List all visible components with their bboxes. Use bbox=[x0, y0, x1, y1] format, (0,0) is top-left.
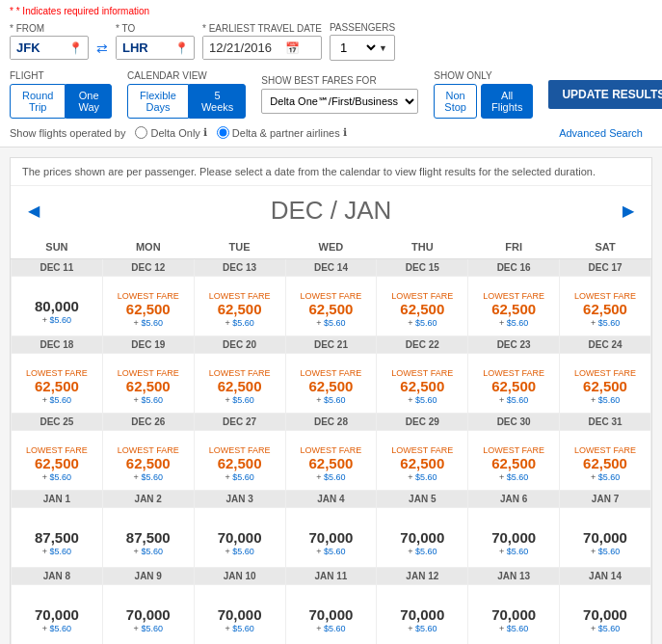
fare-cell[interactable]: LOWEST FARE62,500+ $5.60 bbox=[12, 354, 103, 414]
fare-cell[interactable]: 80,000+ $5.60 bbox=[12, 277, 103, 336]
one-way-button[interactable]: One Way bbox=[66, 84, 112, 119]
fare-cell[interactable]: 70,000+ $5.60 bbox=[285, 585, 377, 645]
fare-cell[interactable]: 70,000+ $5.60 bbox=[12, 585, 103, 645]
five-weeks-button[interactable]: 5 Weeks bbox=[189, 84, 246, 119]
round-trip-button[interactable]: Round Trip bbox=[10, 84, 66, 119]
fare-cell[interactable]: 70,000+ $5.60 bbox=[468, 508, 560, 568]
date-header-cell[interactable]: DEC 24 bbox=[560, 336, 651, 354]
date-header-cell[interactable]: DEC 26 bbox=[102, 414, 194, 431]
fare-cell[interactable]: LOWEST FARE62,500+ $5.60 bbox=[12, 431, 103, 491]
date-header-cell[interactable]: JAN 14 bbox=[560, 568, 651, 585]
fare-cell[interactable]: LOWEST FARE62,500+ $5.60 bbox=[285, 354, 377, 414]
from-input[interactable] bbox=[11, 37, 64, 59]
fare-cell[interactable]: LOWEST FARE62,500+ $5.60 bbox=[468, 354, 560, 414]
date-header-cell[interactable]: DEC 15 bbox=[377, 259, 468, 277]
non-stop-button[interactable]: Non Stop bbox=[434, 84, 477, 119]
fare-cell[interactable]: LOWEST FARE62,500+ $5.60 bbox=[102, 277, 194, 336]
delta-only-info-icon[interactable]: ℹ bbox=[203, 126, 207, 139]
date-header-cell[interactable]: JAN 8 bbox=[12, 568, 103, 585]
date-header-cell[interactable]: DEC 20 bbox=[194, 336, 285, 354]
fare-cell[interactable]: 70,000+ $5.60 bbox=[194, 585, 285, 645]
fare-cell[interactable]: LOWEST FARE62,500+ $5.60 bbox=[102, 354, 194, 414]
date-header-cell[interactable]: JAN 13 bbox=[468, 568, 560, 585]
delta-only-option[interactable]: Delta Only ℹ bbox=[135, 126, 206, 139]
fare-cell[interactable]: LOWEST FARE62,500+ $5.60 bbox=[468, 277, 560, 336]
date-header-cell[interactable]: JAN 12 bbox=[377, 568, 468, 585]
date-header-cell[interactable]: JAN 4 bbox=[285, 491, 377, 508]
to-input[interactable] bbox=[117, 37, 170, 59]
date-header-cell[interactable]: JAN 7 bbox=[560, 491, 651, 508]
lowest-fare-label: LOWEST FARE bbox=[470, 445, 557, 455]
date-header-cell[interactable]: JAN 6 bbox=[468, 491, 560, 508]
all-flights-button[interactable]: All Flights bbox=[481, 84, 533, 119]
fare-cell[interactable]: 70,000+ $5.60 bbox=[102, 585, 194, 645]
fare-cell[interactable]: LOWEST FARE62,500+ $5.60 bbox=[102, 431, 194, 491]
date-header-cell[interactable]: DEC 19 bbox=[102, 336, 194, 354]
fare-cell[interactable]: 70,000+ $5.60 bbox=[377, 585, 468, 645]
fare-cell[interactable]: LOWEST FARE62,500+ $5.60 bbox=[377, 277, 468, 336]
fare-cell[interactable]: LOWEST FARE62,500+ $5.60 bbox=[560, 431, 651, 491]
date-header-cell[interactable]: DEC 23 bbox=[468, 336, 560, 354]
fare-cell[interactable]: LOWEST FARE62,500+ $5.60 bbox=[194, 431, 285, 491]
delta-only-radio[interactable] bbox=[135, 126, 147, 139]
date-header-cell[interactable]: DEC 30 bbox=[468, 414, 560, 431]
flexible-days-button[interactable]: Flexible Days bbox=[127, 84, 189, 119]
lowest-fare-label: LOWEST FARE bbox=[13, 368, 100, 378]
fare-cell[interactable]: 70,000+ $5.60 bbox=[560, 508, 651, 568]
date-header-cell[interactable]: DEC 28 bbox=[285, 414, 377, 431]
date-header-cell[interactable]: DEC 13 bbox=[194, 259, 285, 277]
date-header-cell[interactable]: DEC 22 bbox=[377, 336, 468, 354]
fare-cell[interactable]: LOWEST FARE62,500+ $5.60 bbox=[377, 354, 468, 414]
advanced-search-link[interactable]: Advanced Search bbox=[559, 127, 643, 139]
date-header-cell[interactable]: DEC 12 bbox=[102, 259, 194, 277]
date-header-cell[interactable]: JAN 3 bbox=[194, 491, 285, 508]
date-header-cell[interactable]: JAN 9 bbox=[102, 568, 194, 585]
to-field-group: * TO 📍 bbox=[116, 23, 195, 60]
lowest-fare-label: LOWEST FARE bbox=[105, 291, 192, 301]
fare-cell[interactable]: 70,000+ $5.60 bbox=[560, 585, 651, 645]
date-header-cell[interactable]: DEC 17 bbox=[560, 259, 651, 277]
fare-tax: + $5.60 bbox=[470, 472, 557, 482]
delta-partner-info-icon[interactable]: ℹ bbox=[343, 126, 347, 139]
next-month-button[interactable]: ▶ bbox=[615, 198, 642, 224]
date-header-cell[interactable]: DEC 16 bbox=[468, 259, 560, 277]
delta-partner-radio[interactable] bbox=[217, 126, 229, 139]
date-header-cell[interactable]: JAN 5 bbox=[377, 491, 468, 508]
fare-cell[interactable]: LOWEST FARE62,500+ $5.60 bbox=[468, 431, 560, 491]
location-icon: 📍 bbox=[64, 38, 88, 59]
date-header-cell[interactable]: JAN 1 bbox=[12, 491, 103, 508]
date-header-cell[interactable]: DEC 21 bbox=[285, 336, 377, 354]
fare-amount: 70,000 bbox=[379, 529, 465, 546]
fare-cell[interactable]: LOWEST FARE62,500+ $5.60 bbox=[194, 354, 285, 414]
fare-cell[interactable]: 70,000+ $5.60 bbox=[468, 585, 560, 645]
fare-cell[interactable]: 70,000+ $5.60 bbox=[285, 508, 377, 568]
fare-cell[interactable]: LOWEST FARE62,500+ $5.60 bbox=[285, 277, 377, 336]
date-header-cell[interactable]: JAN 11 bbox=[285, 568, 377, 585]
date-header-cell[interactable]: DEC 27 bbox=[194, 414, 285, 431]
delta-partner-option[interactable]: Delta & partner airlines ℹ bbox=[217, 126, 347, 139]
date-input[interactable] bbox=[203, 37, 280, 59]
date-header-cell[interactable]: DEC 18 bbox=[12, 336, 103, 354]
prev-month-button[interactable]: ◀ bbox=[20, 198, 47, 224]
update-results-button[interactable]: UPDATE RESULTS bbox=[548, 80, 662, 109]
fare-cell[interactable]: 70,000+ $5.60 bbox=[377, 508, 468, 568]
date-header-cell[interactable]: DEC 29 bbox=[377, 414, 468, 431]
fare-cell[interactable]: LOWEST FARE62,500+ $5.60 bbox=[377, 431, 468, 491]
fare-cell[interactable]: LOWEST FARE62,500+ $5.60 bbox=[560, 277, 651, 336]
fare-cell[interactable]: LOWEST FARE62,500+ $5.60 bbox=[194, 277, 285, 336]
date-header-cell[interactable]: JAN 10 bbox=[194, 568, 285, 585]
fare-cell[interactable]: 70,000+ $5.60 bbox=[194, 508, 285, 568]
passengers-select[interactable]: 1234 bbox=[331, 36, 379, 60]
date-header-cell[interactable]: DEC 25 bbox=[12, 414, 103, 431]
fare-cell[interactable]: 87,500+ $5.60 bbox=[12, 508, 103, 568]
fare-cell[interactable]: LOWEST FARE62,500+ $5.60 bbox=[285, 431, 377, 491]
date-header-cell[interactable]: DEC 11 bbox=[12, 259, 103, 277]
swap-button[interactable]: ⇄ bbox=[96, 40, 108, 56]
date-header-cell[interactable]: DEC 14 bbox=[285, 259, 377, 277]
fare-cell[interactable]: LOWEST FARE62,500+ $5.60 bbox=[560, 354, 651, 414]
date-header-cell[interactable]: JAN 2 bbox=[102, 491, 194, 508]
fare-select[interactable]: Delta One℠/First/Business bbox=[261, 89, 418, 114]
fare-cell[interactable]: 87,500+ $5.60 bbox=[102, 508, 194, 568]
calendar-icon[interactable]: 📅 bbox=[280, 38, 305, 59]
date-header-cell[interactable]: DEC 31 bbox=[560, 414, 651, 431]
